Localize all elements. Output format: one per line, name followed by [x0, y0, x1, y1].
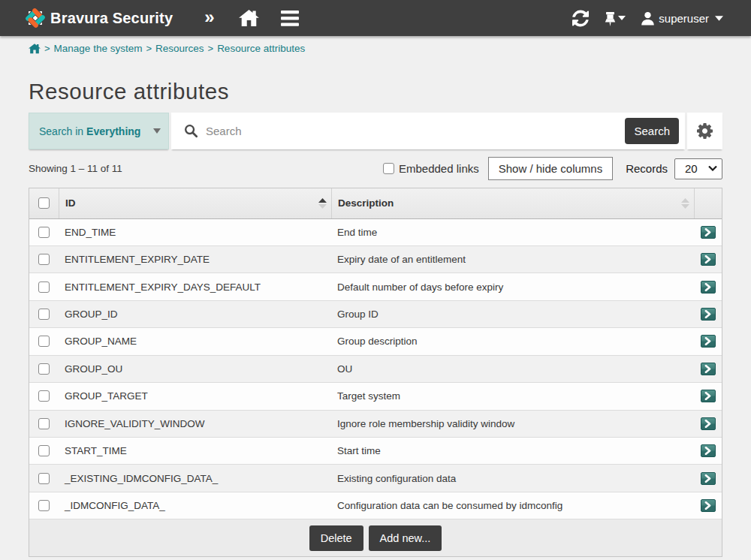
row-actions — [694, 308, 722, 321]
table-row[interactable]: END_TIME End time — [29, 219, 722, 246]
sort-ascending-icon — [318, 198, 327, 209]
search-button[interactable]: Search — [625, 118, 679, 144]
select-all-cell — [29, 188, 59, 218]
row-actions — [694, 253, 722, 266]
table-header-row: ID Description — [29, 188, 722, 219]
breadcrumb-link-manage-the-system[interactable]: Manage the system — [54, 43, 143, 55]
column-header-actions — [694, 188, 722, 218]
username: superuser — [659, 12, 709, 25]
chevron-right-icon — [704, 283, 711, 291]
show-hide-columns-button[interactable]: Show / hide columns — [488, 157, 613, 180]
row-actions — [694, 444, 722, 457]
table-row[interactable]: ENTITLEMENT_EXPIRY_DATE Expiry date of a… — [29, 246, 722, 273]
row-checkbox[interactable] — [38, 227, 50, 238]
select-all-checkbox[interactable] — [38, 197, 50, 209]
row-checkbox[interactable] — [38, 282, 50, 293]
row-description: Expiry date of an entitlement — [331, 254, 694, 265]
user-menu[interactable]: superuser — [641, 11, 723, 26]
records-select[interactable]: 20 — [674, 158, 722, 179]
chevron-right-icon — [704, 310, 711, 318]
pinned-menu-button[interactable] — [605, 11, 626, 26]
row-select-cell — [29, 390, 59, 402]
delete-button[interactable]: Delete — [309, 525, 363, 551]
chevron-right-icon — [704, 447, 711, 455]
search-settings-button[interactable] — [687, 113, 722, 149]
open-row-button[interactable] — [701, 444, 716, 457]
row-description: Existing configuration data — [331, 473, 694, 484]
list-controls-right: Embedded links Show / hide columns Recor… — [383, 157, 722, 180]
collapse-menu-icon[interactable]: » — [204, 8, 214, 29]
row-select-cell — [29, 336, 59, 347]
row-id: ENTITLEMENT_EXPIRY_DAYS_DEFAULT — [59, 282, 331, 293]
table-row[interactable]: GROUP_OU OU — [29, 356, 722, 383]
search-icon — [184, 124, 198, 138]
open-row-button[interactable] — [701, 390, 716, 402]
home-button[interactable] — [239, 10, 259, 27]
embedded-links-label[interactable]: Embedded links — [399, 162, 479, 175]
search-input[interactable] — [206, 125, 625, 137]
add-new-button[interactable]: Add new... — [369, 525, 442, 551]
row-checkbox[interactable] — [38, 418, 50, 429]
table-row[interactable]: GROUP_NAME Group description — [29, 328, 722, 355]
row-description: Configuration data can be consumed by id… — [331, 500, 694, 511]
row-actions — [694, 499, 722, 512]
table-footer: Delete Add new... — [29, 519, 722, 556]
chevron-right-icon — [704, 474, 711, 483]
table-row[interactable]: GROUP_ID Group ID — [29, 301, 722, 328]
sort-none-icon — [681, 198, 689, 209]
table-row[interactable]: IGNORE_VALIDITY_WINDOW Ignore role membe… — [29, 411, 722, 438]
row-checkbox[interactable] — [38, 445, 50, 456]
row-id: START_TIME — [59, 445, 331, 456]
chevron-right-icon — [704, 337, 711, 345]
breadcrumb-link-resources[interactable]: Resources — [155, 43, 204, 55]
row-actions — [694, 417, 722, 430]
row-description: End time — [331, 227, 694, 238]
search-scope-label: Search in Everything — [39, 125, 140, 137]
row-checkbox[interactable] — [38, 254, 50, 265]
row-checkbox[interactable] — [38, 336, 50, 347]
open-row-button[interactable] — [701, 363, 716, 375]
open-row-button[interactable] — [701, 335, 716, 348]
column-header-description[interactable]: Description — [331, 188, 694, 218]
row-checkbox[interactable] — [38, 500, 50, 511]
refresh-icon — [572, 11, 589, 26]
table-row[interactable]: ENTITLEMENT_EXPIRY_DAYS_DEFAULT Default … — [29, 273, 722, 300]
row-actions — [694, 226, 722, 239]
breadcrumb-link-resource-attributes[interactable]: Resource attributes — [217, 43, 305, 55]
main-menu-button[interactable] — [281, 11, 299, 26]
refresh-button[interactable] — [572, 11, 589, 26]
row-id: GROUP_TARGET — [59, 390, 331, 402]
row-select-cell — [29, 227, 59, 238]
open-row-button[interactable] — [701, 308, 716, 321]
row-checkbox[interactable] — [38, 390, 50, 402]
table-row[interactable]: _EXISTING_IDMCONFIG_DATA_ Existing confi… — [29, 465, 722, 492]
table-row[interactable]: START_TIME Start time — [29, 438, 722, 465]
open-row-button[interactable] — [701, 472, 716, 485]
breadcrumb-separator: > — [146, 43, 152, 55]
top-bar: Bravura Security » — [0, 0, 751, 36]
open-row-button[interactable] — [701, 281, 716, 294]
chevron-right-icon — [704, 228, 711, 236]
table-row[interactable]: _IDMCONFIG_DATA_ Configuration data can … — [29, 492, 722, 519]
open-row-button[interactable] — [701, 417, 716, 430]
row-checkbox[interactable] — [38, 473, 50, 484]
row-checkbox[interactable] — [38, 309, 50, 320]
open-row-button[interactable] — [701, 253, 716, 266]
breadcrumb-home-icon[interactable] — [29, 44, 41, 54]
caret-down-icon — [715, 16, 723, 21]
row-checkbox[interactable] — [38, 363, 50, 375]
row-actions — [694, 390, 722, 402]
embedded-links-checkbox[interactable] — [383, 163, 394, 174]
search-scope-dropdown[interactable]: Search in Everything — [29, 113, 169, 149]
page-title: Resource attributes — [29, 80, 722, 103]
row-description: Target system — [331, 390, 694, 402]
open-row-button[interactable] — [701, 226, 716, 239]
column-header-id[interactable]: ID — [59, 188, 331, 218]
table-row[interactable]: GROUP_TARGET Target system — [29, 383, 722, 410]
open-row-button[interactable] — [701, 499, 716, 512]
row-select-cell — [29, 418, 59, 429]
brand[interactable]: Bravura Security — [26, 8, 173, 28]
row-id: IGNORE_VALIDITY_WINDOW — [59, 418, 331, 429]
chevron-down-icon — [153, 128, 161, 134]
row-id: GROUP_ID — [59, 309, 331, 320]
